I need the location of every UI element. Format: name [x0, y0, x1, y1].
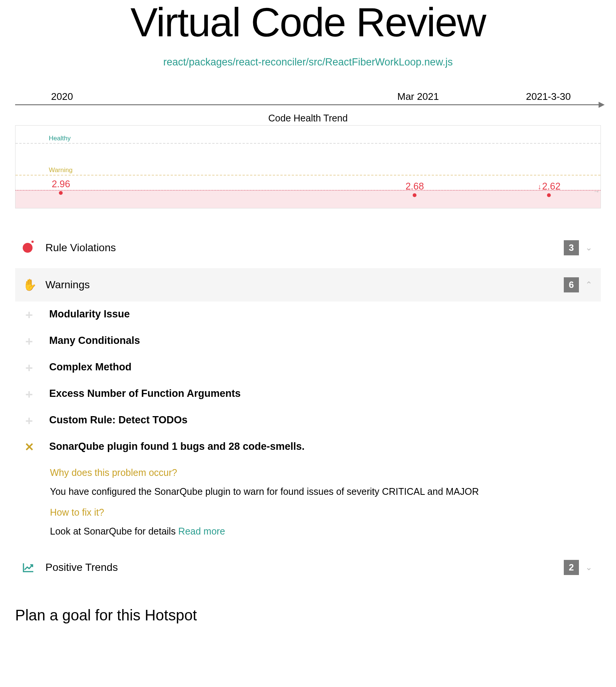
warning-label: Excess Number of Function Arguments	[49, 388, 241, 399]
section-title: Positive Trends	[45, 561, 564, 574]
plus-icon: +	[23, 361, 36, 374]
detail-fix-question: How to fix it?	[50, 504, 601, 521]
warning-item[interactable]: + Excess Number of Function Arguments	[15, 381, 601, 407]
plus-icon: +	[23, 414, 36, 427]
chevron-down-icon: ⌄	[584, 563, 593, 572]
section-positive-trends[interactable]: Positive Trends 2 ⌄	[15, 551, 601, 584]
chart-point-0[interactable]: 2.96	[52, 179, 70, 195]
chart-point-2[interactable]: ↓2.62	[538, 181, 561, 197]
plus-icon: +	[23, 335, 36, 348]
warning-item[interactable]: ✕ SonarQube plugin found 1 bugs and 28 c…	[15, 434, 601, 460]
section-title: Rule Violations	[45, 242, 564, 254]
trend-down-icon: ↓	[538, 182, 541, 191]
detail-why-question: Why does this problem occur?	[50, 465, 601, 481]
chart-point-1[interactable]: 2.68	[406, 181, 424, 197]
hand-icon: ✋	[23, 279, 37, 291]
timeline-labels: 2020 Mar 2021 2021-3-30	[15, 91, 601, 103]
warning-label: Many Conditionals	[49, 335, 140, 347]
warning-item[interactable]: + Modularity Issue	[15, 302, 601, 328]
section-warnings[interactable]: ✋ Warnings 6 ⌃	[15, 268, 601, 302]
x-icon: ✕	[23, 441, 36, 453]
warning-item[interactable]: + Many Conditionals	[15, 328, 601, 354]
timeline-tick-0: 2020	[51, 91, 73, 103]
timeline-axis	[15, 104, 601, 110]
bomb-icon	[23, 243, 33, 253]
read-more-link[interactable]: Read more	[178, 526, 225, 536]
chart-dot-icon	[547, 193, 551, 197]
chart-danger-band	[16, 190, 600, 208]
timeline-tick-2: 2021-3-30	[526, 91, 571, 103]
trend-up-icon	[23, 563, 34, 572]
timeline-caption: Code Health Trend	[15, 113, 601, 124]
plus-icon: +	[23, 388, 36, 401]
count-badge: 6	[564, 277, 579, 292]
warning-label: Modularity Issue	[49, 308, 130, 320]
warning-label: Complex Method	[49, 361, 132, 373]
warning-label: SonarQube plugin found 1 bugs and 28 cod…	[49, 441, 305, 452]
timeline-tick-1: Mar 2021	[397, 91, 439, 103]
plus-icon: +	[23, 308, 36, 321]
warning-detail: Why does this problem occur? You have co…	[15, 465, 601, 539]
warning-item[interactable]: + Custom Rule: Detect TODOs	[15, 407, 601, 434]
warning-label: Custom Rule: Detect TODOs	[49, 414, 188, 426]
page-title: Virtual Code Review	[15, 0, 601, 45]
section-rule-violations[interactable]: Rule Violations 3 ⌄	[15, 231, 601, 264]
code-health-chart: Healthy Warning → 2.96 2.68 ↓2.62	[15, 125, 601, 208]
chart-point-value: 2.96	[52, 179, 70, 190]
detail-fix-answer: Look at SonarQube for details Read more	[50, 523, 601, 539]
section-title: Warnings	[45, 279, 564, 291]
chart-arrow-icon: →	[593, 188, 600, 196]
chart-danger-line	[16, 190, 600, 191]
detail-why-answer: You have configured the SonarQube plugin…	[50, 483, 601, 500]
chart-point-value: 2.68	[406, 181, 424, 192]
timeline: 2020 Mar 2021 2021-3-30	[15, 91, 601, 110]
chevron-down-icon: ⌄	[584, 243, 593, 253]
chart-point-value: ↓2.62	[538, 181, 561, 192]
chart-healthy-line	[16, 143, 600, 144]
warning-item[interactable]: + Complex Method	[15, 354, 601, 381]
chart-warning-label: Warning	[49, 166, 73, 174]
file-path-link[interactable]: react/packages/react-reconciler/src/Reac…	[15, 56, 601, 68]
chevron-up-icon: ⌃	[584, 280, 593, 290]
goal-heading: Plan a goal for this Hotspot	[15, 607, 601, 624]
chart-warning-line	[16, 175, 600, 176]
chart-dot-icon	[413, 193, 417, 197]
count-badge: 3	[564, 240, 579, 255]
chart-dot-icon	[59, 191, 63, 195]
count-badge: 2	[564, 560, 579, 575]
chart-healthy-label: Healthy	[49, 135, 71, 142]
